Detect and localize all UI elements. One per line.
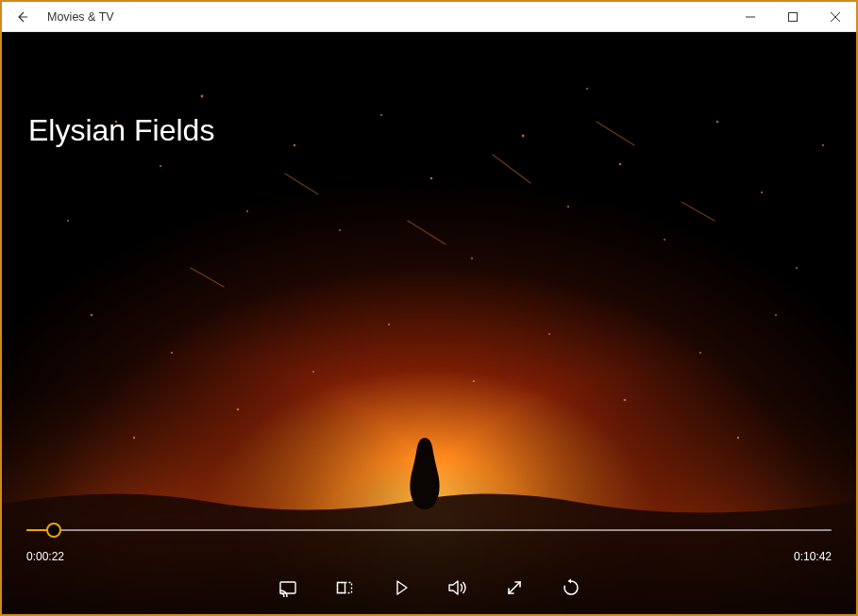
aspect-ratio-button[interactable]: [331, 574, 358, 601]
svg-point-33: [586, 88, 588, 90]
title-bar: Movies & TV: [2, 2, 856, 32]
svg-point-7: [201, 95, 204, 98]
play-icon: [392, 578, 411, 597]
transport-buttons: [26, 574, 832, 601]
svg-point-18: [716, 121, 718, 123]
svg-point-30: [775, 314, 777, 316]
back-arrow-icon: [15, 9, 30, 25]
svg-point-19: [761, 191, 763, 193]
svg-point-6: [160, 165, 161, 167]
maximize-button[interactable]: [771, 2, 814, 32]
app-window: Movies & TV: [0, 0, 858, 616]
window-controls: [729, 2, 856, 32]
close-icon: [831, 12, 840, 22]
fullscreen-icon: [505, 578, 524, 597]
svg-rect-42: [280, 582, 295, 593]
svg-point-26: [473, 380, 475, 382]
time-elapsed: 0:00:22: [26, 550, 64, 563]
repeat-icon: [562, 578, 580, 597]
svg-point-11: [380, 114, 382, 116]
svg-point-22: [171, 352, 173, 354]
cast-to-device-icon: [278, 578, 297, 597]
svg-point-10: [339, 229, 341, 231]
svg-point-8: [246, 210, 248, 212]
svg-point-20: [796, 267, 798, 269]
svg-point-9: [294, 144, 295, 146]
svg-point-14: [522, 135, 525, 138]
svg-point-12: [430, 177, 433, 180]
svg-point-32: [822, 144, 824, 146]
seek-track: [26, 529, 832, 531]
time-duration: 0:10:42: [794, 550, 832, 563]
repeat-button[interactable]: [558, 574, 584, 601]
svg-rect-0: [788, 12, 797, 21]
fullscreen-button[interactable]: [501, 574, 528, 601]
aspect-ratio-icon: [335, 578, 354, 597]
volume-icon: [447, 578, 468, 597]
seek-thumb[interactable]: [46, 523, 61, 538]
seek-bar[interactable]: [26, 516, 832, 546]
svg-rect-44: [337, 583, 345, 593]
video-title: Elysian Fields: [28, 113, 214, 148]
cast-button[interactable]: [275, 574, 301, 601]
svg-point-35: [737, 437, 739, 439]
video-area[interactable]: Elysian Fields 0:00:22 0:10:42: [2, 32, 856, 614]
maximize-icon: [788, 12, 798, 22]
svg-point-21: [91, 314, 93, 316]
app-title: Movies & TV: [47, 10, 114, 24]
title-bar-left: Movies & TV: [2, 2, 114, 32]
svg-point-34: [133, 437, 135, 439]
play-button[interactable]: [388, 574, 414, 601]
svg-point-16: [619, 163, 622, 166]
svg-point-31: [67, 220, 69, 222]
svg-point-28: [624, 399, 627, 402]
minimize-icon: [746, 12, 755, 22]
volume-button[interactable]: [445, 574, 471, 601]
svg-point-24: [312, 371, 314, 373]
svg-point-15: [567, 206, 569, 208]
close-button[interactable]: [814, 2, 856, 32]
svg-point-23: [237, 408, 240, 411]
playback-controls-panel: 0:00:22 0:10:42: [2, 516, 856, 614]
back-button[interactable]: [2, 2, 43, 32]
svg-point-25: [388, 324, 390, 325]
time-row: 0:00:22 0:10:42: [26, 550, 832, 563]
svg-point-29: [699, 352, 701, 354]
svg-point-17: [664, 239, 665, 241]
svg-point-13: [471, 258, 473, 259]
minimize-button[interactable]: [729, 2, 771, 32]
svg-point-27: [548, 333, 550, 335]
